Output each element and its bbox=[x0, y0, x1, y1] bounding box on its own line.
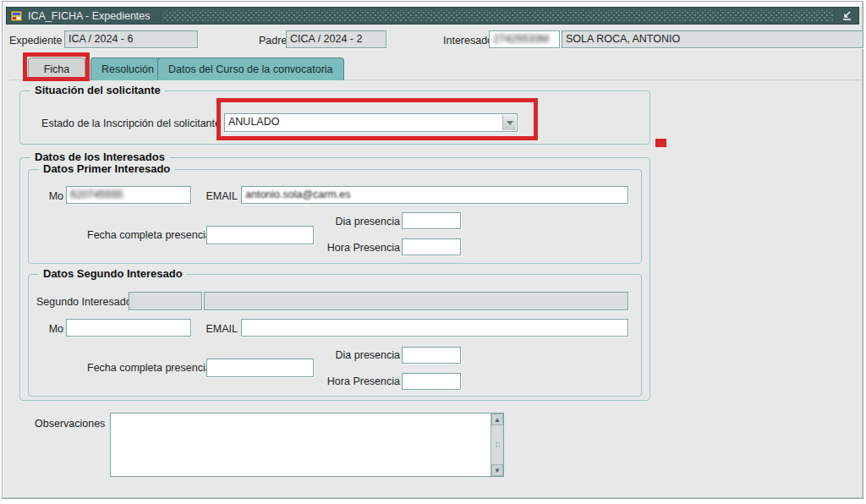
chevron-down-icon bbox=[507, 121, 513, 125]
primer-email-input[interactable] bbox=[245, 189, 624, 200]
arrow-down-icon: ▼ bbox=[494, 467, 501, 474]
forms-window: ICA_FICHA - Expedientes Expediente Padre… bbox=[2, 1, 863, 499]
padre-input[interactable] bbox=[290, 33, 382, 45]
segundo-name-input[interactable] bbox=[208, 294, 624, 306]
interesado-id-field[interactable] bbox=[489, 30, 560, 48]
estado-inscripcion-combobox[interactable] bbox=[224, 113, 518, 132]
title-bar[interactable]: ICA_FICHA - Expedientes bbox=[6, 7, 859, 25]
segundo-id-field[interactable] bbox=[129, 292, 202, 310]
primer-mo-input[interactable] bbox=[70, 189, 187, 200]
expediente-input[interactable] bbox=[69, 33, 194, 45]
estado-inscripcion-value[interactable] bbox=[228, 116, 500, 128]
segundo-dia-label: Dia presencia bbox=[315, 349, 400, 361]
segundo-hora-field[interactable] bbox=[402, 373, 461, 390]
group-primer-title: Datos Primer Interesado bbox=[39, 162, 174, 175]
segundo-name-field[interactable] bbox=[204, 292, 628, 310]
segundo-fecha-label: Fecha completa presencia bbox=[87, 362, 205, 374]
observaciones-scrollbar[interactable]: ▲ ▼ bbox=[491, 414, 503, 476]
tab-datos-curso[interactable]: Datos del Curso de la convocatoria bbox=[157, 58, 344, 80]
segundo-id-input[interactable] bbox=[133, 294, 198, 306]
combobox-dropdown-button[interactable] bbox=[502, 115, 516, 130]
minimize-icon[interactable] bbox=[841, 10, 853, 22]
expediente-label: Expediente bbox=[9, 35, 63, 47]
primer-mo-label: Mo bbox=[28, 190, 63, 202]
scroll-down-button[interactable]: ▼ bbox=[491, 464, 503, 476]
primer-email-field[interactable] bbox=[241, 186, 628, 204]
group-situacion-title: Situación del solicitante bbox=[30, 84, 165, 96]
segundo-hora-label: Hora Presencia bbox=[309, 375, 400, 387]
segundo-email-label: EMAIL bbox=[172, 323, 238, 335]
expediente-field[interactable] bbox=[64, 30, 198, 48]
segundo-fecha-field[interactable] bbox=[206, 359, 314, 377]
segundo-mo-label: Mo bbox=[28, 323, 63, 335]
segundo-mo-input[interactable] bbox=[70, 321, 187, 333]
titlebar-pattern bbox=[162, 10, 833, 21]
segundo-email-field[interactable] bbox=[241, 319, 628, 337]
group-segundo-title: Datos Segundo Interesado bbox=[39, 267, 187, 280]
padre-label: Padre bbox=[259, 35, 287, 47]
arrow-up-icon: ▲ bbox=[494, 416, 501, 424]
observaciones-label: Observaciones bbox=[35, 418, 107, 430]
annotation-red-dot bbox=[655, 139, 666, 147]
primer-hora-input[interactable] bbox=[406, 241, 457, 253]
estado-inscripcion-label: Estado de la Inscripción del solicitante bbox=[41, 118, 221, 129]
primer-fecha-input[interactable] bbox=[211, 228, 310, 240]
interesado-id-input[interactable] bbox=[493, 33, 556, 45]
segundo-fecha-input[interactable] bbox=[211, 361, 310, 373]
window-icon bbox=[10, 10, 24, 22]
primer-email-label: EMAIL bbox=[172, 190, 238, 202]
scrollbar-thumb[interactable] bbox=[495, 441, 500, 448]
scroll-up-button[interactable]: ▲ bbox=[491, 414, 503, 425]
primer-dia-field[interactable] bbox=[402, 212, 461, 229]
primer-fecha-field[interactable] bbox=[206, 226, 314, 244]
segundo-dia-input[interactable] bbox=[406, 349, 457, 361]
segundo-dia-field[interactable] bbox=[402, 347, 461, 364]
tab-resolucion[interactable]: Resolución bbox=[90, 58, 165, 80]
interesado-label: Interesado bbox=[443, 35, 493, 47]
interesado-name-field[interactable] bbox=[562, 30, 863, 48]
padre-field[interactable] bbox=[286, 30, 386, 48]
tab-ficha[interactable]: Ficha bbox=[28, 58, 85, 80]
primer-hora-label: Hora Presencia bbox=[309, 242, 400, 254]
interesado-name-input[interactable] bbox=[566, 33, 859, 45]
primer-fecha-label: Fecha completa presencia bbox=[87, 229, 205, 241]
segundo-interesado-label: Segundo Interesado bbox=[36, 296, 127, 308]
primer-hora-field[interactable] bbox=[402, 238, 461, 255]
primer-dia-label: Dia presencia bbox=[315, 216, 400, 227]
group-interesados-title: Datos de los Interesados bbox=[30, 151, 169, 163]
application-window: ICA_FICHA - Expedientes Expediente Padre… bbox=[0, 0, 866, 504]
primer-dia-input[interactable] bbox=[406, 215, 457, 227]
window-title: ICA_FICHA - Expedientes bbox=[28, 10, 151, 22]
observaciones-field[interactable]: ▲ ▼ bbox=[110, 413, 504, 477]
observaciones-textarea[interactable] bbox=[111, 414, 491, 476]
segundo-email-input[interactable] bbox=[245, 321, 624, 333]
segundo-hora-input[interactable] bbox=[406, 375, 457, 387]
